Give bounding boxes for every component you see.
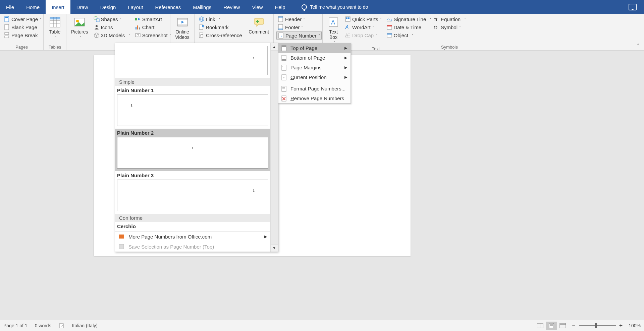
- shapes-button[interactable]: Shapes˅: [92, 15, 131, 23]
- submenu-arrow-icon: ▶: [264, 235, 267, 239]
- shapes-icon: [94, 16, 100, 22]
- dropcap-icon: A: [345, 32, 351, 38]
- view-print-layout[interactable]: [546, 322, 557, 330]
- page-number-menu: Top of Page ▶ Bottom of Page ▶ # Page Ma…: [278, 43, 351, 104]
- tab-view[interactable]: View: [246, 0, 269, 14]
- gallery-plain-number-3[interactable]: Plain Number 3 1: [115, 171, 270, 214]
- bookmark-button[interactable]: Bookmark: [197, 23, 244, 31]
- symbol-button[interactable]: ΩSymbol˅: [432, 23, 467, 31]
- menu-top-of-page[interactable]: Top of Page ▶: [278, 43, 351, 53]
- svg-text:#: #: [283, 76, 285, 79]
- gallery-scrollbar[interactable]: ▲ ▼: [270, 43, 278, 252]
- footer-button[interactable]: Footer˅: [276, 23, 322, 31]
- link-button[interactable]: Link ˅: [197, 15, 244, 23]
- gallery-plain-number-1[interactable]: Plain Number 1 1: [115, 86, 270, 129]
- status-proofing-icon[interactable]: [59, 323, 65, 329]
- menu-remove-page-numbers[interactable]: Remove Page Numbers: [278, 93, 351, 103]
- chevron-down-icon: ˅: [301, 25, 303, 29]
- zoom-level[interactable]: 100%: [629, 323, 641, 328]
- equation-button[interactable]: πEquation ˅: [432, 15, 467, 23]
- screenshot-button[interactable]: Screenshot˅: [133, 31, 172, 39]
- tell-me[interactable]: Tell me what you want to do: [302, 0, 368, 14]
- menu-separator: [278, 83, 351, 83]
- dropcap-button[interactable]: ADrop Cap˅: [343, 31, 383, 39]
- chevron-down-icon: ˅: [375, 34, 377, 37]
- status-bar: Page 1 of 1 0 words Italian (Italy) − + …: [0, 320, 644, 331]
- tab-references[interactable]: References: [149, 0, 187, 14]
- tab-mailings[interactable]: Mailings: [187, 0, 217, 14]
- textbox-button[interactable]: A Text Box˅: [325, 15, 341, 45]
- footer-icon: [278, 24, 284, 30]
- icons-button[interactable]: Icons: [92, 23, 131, 31]
- status-page[interactable]: Page 1 of 1: [3, 323, 28, 328]
- cover-page-button[interactable]: Cover Page˅: [3, 15, 43, 23]
- pi-icon: π: [433, 16, 439, 22]
- blank-page-button[interactable]: Blank Page: [3, 23, 43, 31]
- view-read-mode[interactable]: [534, 322, 546, 330]
- menu-bottom-of-page[interactable]: Bottom of Page ▶: [278, 53, 351, 63]
- tab-help[interactable]: Help: [269, 0, 291, 14]
- scroll-up-button[interactable]: ▲: [271, 43, 278, 51]
- chart-button[interactable]: Chart: [133, 23, 172, 31]
- object-button[interactable]: Object ˅: [385, 31, 433, 39]
- chevron-down-icon: ˅: [372, 25, 374, 29]
- scroll-down-button[interactable]: ▼: [271, 244, 278, 252]
- group-tables-label: Tables: [46, 44, 63, 50]
- tabs-bar: File Home Insert Draw Design Layout Refe…: [0, 0, 644, 14]
- submenu-arrow-icon: ▶: [344, 46, 347, 50]
- scroll-track[interactable]: [271, 51, 278, 244]
- chevron-down-icon: ˅: [55, 36, 57, 39]
- view-web-layout[interactable]: [557, 322, 569, 330]
- save-selection-icon: [118, 244, 124, 250]
- header-button[interactable]: Header˅: [276, 15, 322, 23]
- tab-design[interactable]: Design: [94, 0, 122, 14]
- svg-rect-57: [387, 25, 392, 26]
- zoom-slider[interactable]: [579, 325, 616, 326]
- menu-format-page-numbers[interactable]: Format Page Numbers...: [278, 84, 351, 93]
- cover-page-icon: [4, 16, 10, 22]
- pictures-button[interactable]: Pictures ˅: [69, 15, 90, 40]
- svg-rect-84: [560, 323, 566, 328]
- tab-draw[interactable]: Draw: [70, 0, 94, 14]
- quickparts-button[interactable]: Quick Parts˅: [343, 15, 383, 23]
- gallery-more-from-office[interactable]: More Page Numbers from Office.com ▶: [115, 231, 270, 242]
- comment-button[interactable]: Comment: [247, 15, 271, 35]
- tab-review[interactable]: Review: [217, 0, 246, 14]
- comments-icon[interactable]: [629, 4, 637, 10]
- gallery-section-simple: Simple: [115, 78, 270, 86]
- menu-current-position[interactable]: # Current Position ▶: [278, 72, 351, 82]
- chevron-down-icon: ˅: [303, 17, 305, 21]
- menu-page-margins[interactable]: # Page Margins ▶: [278, 63, 351, 72]
- svg-text:#: #: [282, 65, 283, 68]
- status-words[interactable]: 0 words: [35, 323, 51, 328]
- crossref-button[interactable]: Cross-reference: [197, 31, 244, 39]
- video-icon: [176, 16, 189, 28]
- smartart-button[interactable]: SmartArt: [133, 15, 172, 23]
- chevron-down-icon: ˅: [462, 17, 466, 21]
- page-number-icon: #: [278, 32, 284, 39]
- zoom-in-button[interactable]: +: [619, 322, 623, 329]
- tab-file[interactable]: File: [0, 0, 20, 14]
- zoom-out-button[interactable]: −: [572, 322, 576, 329]
- tab-home[interactable]: Home: [20, 0, 46, 14]
- chevron-down-icon: ˅: [318, 34, 320, 38]
- datetime-button[interactable]: Date & Time: [385, 23, 433, 31]
- signature-line-button[interactable]: Signature Line ˅: [385, 15, 433, 23]
- svg-rect-22: [139, 27, 140, 29]
- online-videos-button[interactable]: Online Videos: [173, 15, 192, 41]
- gallery-plain-number-2[interactable]: Plain Number 2 1: [115, 129, 270, 171]
- page-number-button[interactable]: #Page Number˅: [276, 31, 322, 40]
- wordart-button[interactable]: AWordArt˅: [343, 23, 383, 31]
- collapse-ribbon-button[interactable]: ˄: [635, 42, 641, 49]
- page-break-button[interactable]: Page Break: [3, 31, 43, 39]
- svg-text:A: A: [345, 24, 349, 30]
- object-icon: [386, 32, 392, 38]
- gallery-cerchio[interactable]: Cerchio: [115, 222, 270, 231]
- table-button[interactable]: Table ˅: [47, 15, 63, 40]
- tab-layout[interactable]: Layout: [122, 0, 149, 14]
- gallery-preview-top[interactable]: 1: [115, 43, 270, 78]
- 3d-models-button[interactable]: 3D Models ˅: [92, 31, 131, 39]
- chevron-down-icon: ˅: [79, 36, 81, 39]
- tab-insert[interactable]: Insert: [46, 0, 70, 14]
- status-language[interactable]: Italian (Italy): [72, 323, 98, 328]
